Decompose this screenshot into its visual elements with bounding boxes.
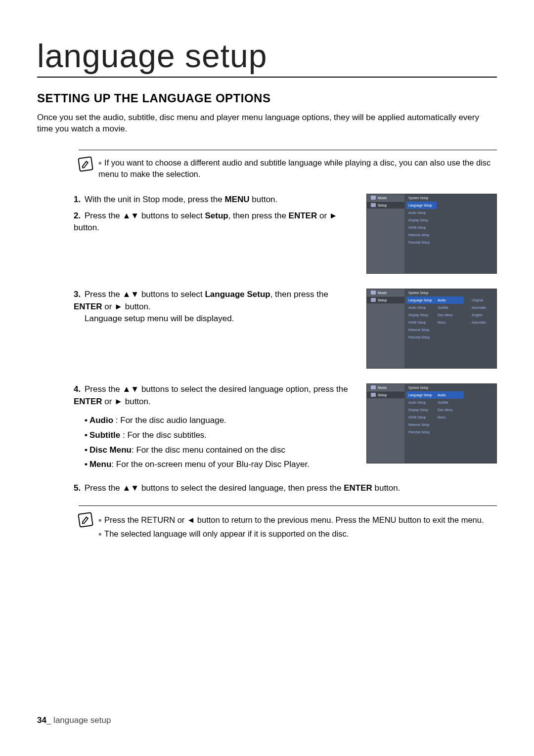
sidebar-item-setup: Setup (367, 202, 404, 209)
menu-item: Audio Setup (406, 304, 437, 311)
menu-item: Audio Setup (406, 209, 437, 216)
step-row-3: 3.Press the ▲▼ buttons to select Languag… (74, 289, 497, 375)
submenu-item: Audio (435, 391, 464, 399)
step-number: 5. (74, 482, 85, 495)
page-footer: 34_ language setup (37, 715, 111, 725)
page-number: 34 (37, 715, 46, 725)
submenu-item: Disc Menu (435, 311, 464, 319)
page-title: language setup (37, 37, 497, 78)
submenu-item: Subtitle (435, 304, 464, 311)
menu-item: Display Setup (406, 216, 437, 224)
menu-item: System Setup (406, 194, 437, 202)
music-icon (371, 291, 376, 294)
menu-item: Network Setup (406, 326, 437, 334)
submenu-value: : Automatic (468, 319, 495, 326)
step-row-1-2: 1.With the unit in Stop mode, press the … (74, 194, 497, 280)
menu-item: System Setup (406, 384, 437, 391)
note-block: ■If you want to choose a different audio… (79, 150, 497, 180)
note-text: ■Press the RETURN or ◄ button to return … (98, 513, 484, 541)
square-bullet-icon: ■ (98, 517, 101, 523)
note-icon (78, 512, 93, 528)
note-icon (78, 156, 93, 172)
list-item: •Disc Menu: For the disc menu contained … (85, 444, 356, 457)
menu-item: Network Setup (406, 421, 437, 428)
step-text: 4.Press the ▲▼ buttons to select the des… (74, 383, 366, 473)
gear-icon (371, 203, 376, 207)
sidebar-item-music: Music (367, 384, 404, 391)
intro-paragraph: Once you set the audio, subtitle, disc m… (37, 112, 497, 135)
sidebar-item-music: Music (367, 289, 404, 296)
note-text: ■If you want to choose a different audio… (98, 157, 497, 180)
sidebar-item-music: Music (367, 194, 404, 202)
menu-item: Display Setup (406, 311, 437, 319)
submenu-value: : Automatic (468, 304, 495, 311)
step-text: 1.With the unit in Stop mode, press the … (74, 194, 366, 234)
list-item: •Menu: For the on-screen menu of your Bl… (85, 459, 356, 471)
screenshot-language-setup: Music Setup System Setup Language Setup … (366, 289, 497, 369)
menu-item: System Setup (406, 289, 437, 296)
menu-item-selected: Language Setup (406, 202, 437, 209)
menu-item: Network Setup (406, 231, 437, 239)
menu-item-selected: Language Setup (406, 296, 437, 304)
step-number: 2. (74, 210, 85, 222)
step-number: 1. (74, 194, 85, 206)
step-number: 3. (74, 289, 85, 301)
screenshot-language-dropdown: Music Setup System Setup Language Setup … (366, 383, 497, 463)
music-icon (371, 385, 376, 389)
steps-list: 1.With the unit in Stop mode, press the … (74, 194, 497, 494)
gear-icon (371, 393, 376, 397)
submenu-item: Disc Menu (435, 406, 464, 414)
submenu-item: Menu (435, 319, 464, 326)
submenu-value: : English (468, 311, 495, 319)
submenu-item: Audio (435, 296, 464, 304)
menu-item-selected: Language Setup (406, 391, 437, 399)
step-row-5: 5.Press the ▲▼ buttons to select the des… (74, 482, 497, 495)
note-block-bottom: ■Press the RETURN or ◄ button to return … (79, 505, 497, 541)
sidebar-item-setup: Setup (367, 391, 404, 399)
list-item: •Audio : For the disc audio language. (85, 415, 356, 427)
menu-item: Parental Setup (406, 239, 437, 246)
sidebar-item-setup: Setup (367, 296, 404, 304)
music-icon (371, 196, 376, 200)
screenshot-setup-menu: Music Setup System Setup Language Setup … (366, 194, 497, 274)
square-bullet-icon: ■ (98, 531, 101, 537)
menu-item: HDMI Setup (406, 224, 437, 231)
gear-icon (371, 298, 376, 302)
step-text: 5.Press the ▲▼ buttons to select the des… (74, 482, 497, 495)
menu-item: Display Setup (406, 406, 437, 414)
menu-item: Parental Setup (406, 334, 437, 341)
menu-item: HDMI Setup (406, 414, 437, 421)
step-text: 3.Press the ▲▼ buttons to select Languag… (74, 289, 366, 325)
submenu-item: Subtitle (435, 399, 464, 406)
section-heading: SETTING UP THE LANGUAGE OPTIONS (37, 91, 497, 105)
step-row-4: 4.Press the ▲▼ buttons to select the des… (74, 383, 497, 473)
menu-item: Parental Setup (406, 428, 437, 436)
list-item: •Subtitle : For the disc subtitles. (85, 429, 356, 442)
menu-item: Audio Setup (406, 399, 437, 406)
submenu-item: Menu (435, 414, 464, 421)
menu-item: HDMI Setup (406, 319, 437, 326)
square-bullet-icon: ■ (98, 160, 101, 166)
submenu-value: : Original (468, 296, 495, 304)
step-number: 4. (74, 383, 85, 396)
sub-option-list: •Audio : For the disc audio language. •S… (85, 415, 356, 471)
